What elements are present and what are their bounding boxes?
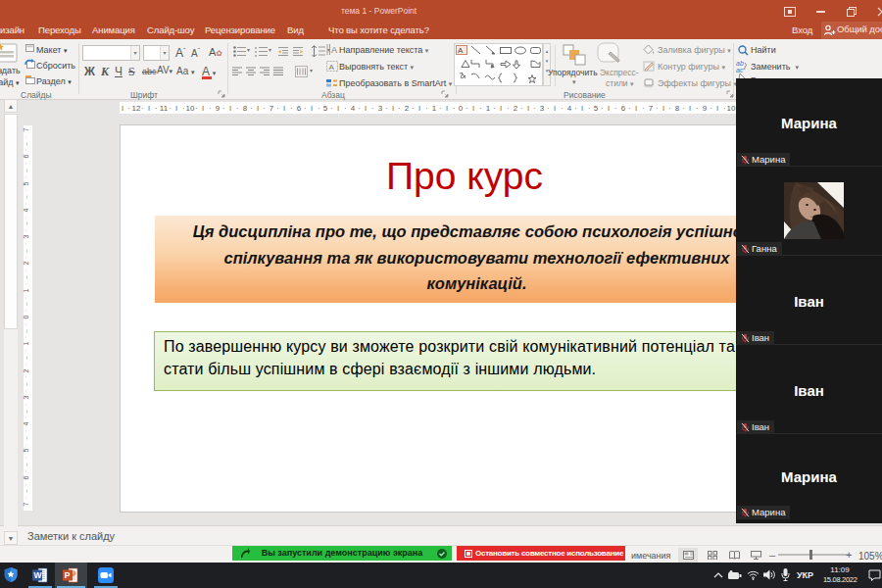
svg-text:А: А [329, 63, 335, 72]
svg-text:ac: ac [736, 67, 744, 73]
svg-text:W: W [33, 570, 42, 580]
svg-text:P: P [65, 570, 71, 580]
svg-text:А: А [331, 45, 337, 55]
svg-text:ab: ab [736, 60, 744, 67]
svg-text:A: A [458, 46, 464, 55]
